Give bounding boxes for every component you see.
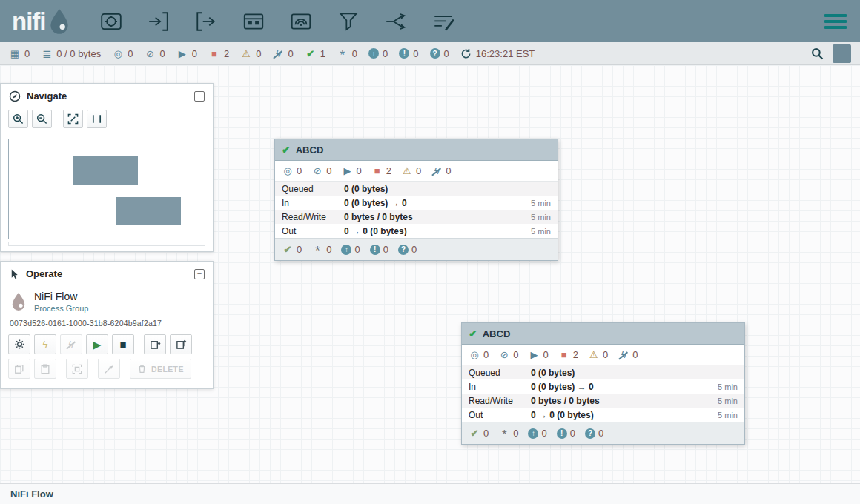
pg-row-out: Out 0 → 0 (0 bytes) 5 min: [275, 224, 558, 238]
stat-value: 0: [416, 165, 421, 176]
process-group-button[interactable]: [239, 7, 268, 36]
template-button[interactable]: [382, 7, 410, 36]
status-sync-failure: ? 0: [430, 48, 449, 59]
output-port-button[interactable]: [192, 7, 220, 36]
navigate-panel: Navigate −: [0, 83, 214, 252]
create-template-button[interactable]: [144, 334, 166, 354]
funnel-button[interactable]: [334, 7, 363, 36]
delete-button[interactable]: DELETE: [130, 359, 191, 379]
processor-button[interactable]: [97, 7, 125, 36]
process-group-component[interactable]: ✔ ABCD ◎ 0 ⊘ 0 ▶ 0 ■ 2: [274, 139, 558, 261]
status-value: 0 / 0 bytes: [56, 48, 101, 59]
stat-value: 0: [356, 165, 361, 176]
check-icon: ✔: [469, 428, 480, 438]
start-button[interactable]: ▶: [86, 334, 108, 354]
zoom-fit-button[interactable]: [63, 110, 83, 128]
not-transmitting-icon: ⊘: [311, 166, 323, 176]
row-value: 0 bytes / 0 bytes: [531, 396, 707, 406]
stat-value: 0: [297, 165, 302, 176]
stat-value: 0: [513, 428, 518, 439]
row-window: 5 min: [520, 227, 551, 236]
footer-up-to-date: ✔ 0: [282, 244, 302, 255]
zoom-actual-size-button[interactable]: [87, 110, 107, 128]
stat-running: ▶ 0: [341, 165, 361, 176]
process-group-header[interactable]: ✔ ABCD: [462, 323, 744, 345]
fill-color-button[interactable]: [98, 359, 120, 379]
footer-stale: ↑ 0: [528, 428, 546, 439]
warning-icon: ⚠: [401, 166, 413, 176]
check-icon: ✔: [282, 245, 294, 254]
play-icon: ▶: [528, 350, 540, 359]
label-button[interactable]: [429, 7, 457, 36]
navigate-buttons: [1, 108, 213, 134]
stat-value: 0: [483, 428, 489, 439]
stat-value: 0: [354, 244, 360, 255]
status-value: 0: [444, 48, 449, 59]
pg-row-in: In 0 (0 bytes) → 0 5 min: [462, 379, 744, 394]
stat-disabled: ϟ 0: [431, 165, 451, 176]
collapse-navigate-button[interactable]: −: [194, 91, 205, 102]
row-window: 5 min: [520, 199, 551, 208]
enable-button[interactable]: ϟ: [34, 334, 56, 354]
stat-value: 2: [386, 165, 391, 176]
panel-toggle-button[interactable]: [833, 44, 851, 63]
asterisk-icon: *: [498, 428, 510, 441]
footer-sync-failure: ? 0: [585, 428, 603, 439]
disable-button[interactable]: ϟ: [60, 334, 82, 354]
minimap-component: [73, 156, 138, 185]
stat-running: ▶ 0: [528, 349, 548, 360]
navigate-title: Navigate: [27, 90, 67, 102]
status-value: 0: [128, 48, 133, 59]
grid-icon: ▦: [9, 49, 21, 59]
row-label: Out: [282, 226, 344, 236]
warning-icon: ⚠: [588, 350, 600, 359]
process-group-component[interactable]: ✔ ABCD ◎ 0 ⊘ 0 ▶ 0 ■ 2: [461, 322, 745, 445]
disabled-bolt-icon: ϟ: [431, 166, 443, 176]
asterisk-icon: *: [311, 245, 323, 257]
operate-button-row-1: ϟ ϟ ▶ ■: [1, 334, 213, 354]
group-button[interactable]: [66, 359, 88, 379]
status-running: ▶ 0: [176, 48, 197, 59]
process-group-header[interactable]: ✔ ABCD: [275, 139, 558, 161]
pg-row-out: Out 0 → 0 (0 bytes) 5 min: [462, 408, 744, 422]
birdseye-minimap[interactable]: [8, 139, 205, 239]
copy-button[interactable]: [8, 359, 30, 379]
flow-id: 0073d526-0161-1000-31b8-6204b9af2a17: [1, 314, 213, 334]
collapse-operate-button[interactable]: −: [194, 269, 205, 279]
compass-icon: [9, 90, 21, 102]
stop-button[interactable]: ■: [112, 334, 134, 354]
stat-invalid: ⚠ 0: [401, 165, 421, 176]
stat-transmitting: ◎ 0: [282, 165, 302, 176]
paste-button[interactable]: [34, 359, 56, 379]
arrow-up-circle-icon: ↑: [368, 48, 379, 59]
search-button[interactable]: [811, 47, 824, 60]
stat-value: 0: [326, 165, 331, 176]
zoom-in-button[interactable]: [8, 110, 28, 128]
navigate-header: Navigate −: [1, 84, 213, 108]
status-stale: ↑ 0: [368, 48, 388, 59]
status-stopped: ■ 2: [208, 48, 229, 59]
breadcrumb-root[interactable]: NiFi Flow: [10, 488, 53, 500]
remote-process-group-button[interactable]: [287, 7, 315, 36]
row-window: 5 min: [707, 397, 738, 405]
flow-name: NiFi Flow: [34, 291, 88, 302]
question-circle-icon: ?: [585, 428, 595, 439]
configuration-button[interactable]: [8, 334, 30, 354]
up-to-date-check-icon: ✔: [282, 144, 291, 156]
status-locally-modified-stale: ! 0: [399, 48, 418, 59]
input-port-button[interactable]: [145, 7, 173, 36]
refresh-button[interactable]: 16:23:21 EST: [460, 48, 535, 59]
minimap-strip: [8, 242, 205, 246]
exclamation-circle-icon: !: [557, 428, 567, 439]
flow-canvas[interactable]: ✔ ABCD ◎ 0 ⊘ 0 ▶ 0 ■ 2: [0, 65, 860, 483]
zoom-out-button[interactable]: [32, 110, 52, 128]
upload-template-button[interactable]: [170, 334, 192, 354]
stop-icon: ■: [558, 350, 570, 359]
status-up-to-date: ✔ 1: [305, 48, 325, 59]
stop-icon: ■: [371, 166, 383, 176]
global-menu-button[interactable]: [823, 11, 848, 32]
row-label: In: [469, 382, 531, 392]
row-value: 0 (0 bytes): [344, 184, 520, 194]
stat-value: 0: [598, 428, 603, 439]
process-group-rows: Queued 0 (0 bytes) In 0 (0 bytes) → 0 5 …: [462, 365, 744, 422]
